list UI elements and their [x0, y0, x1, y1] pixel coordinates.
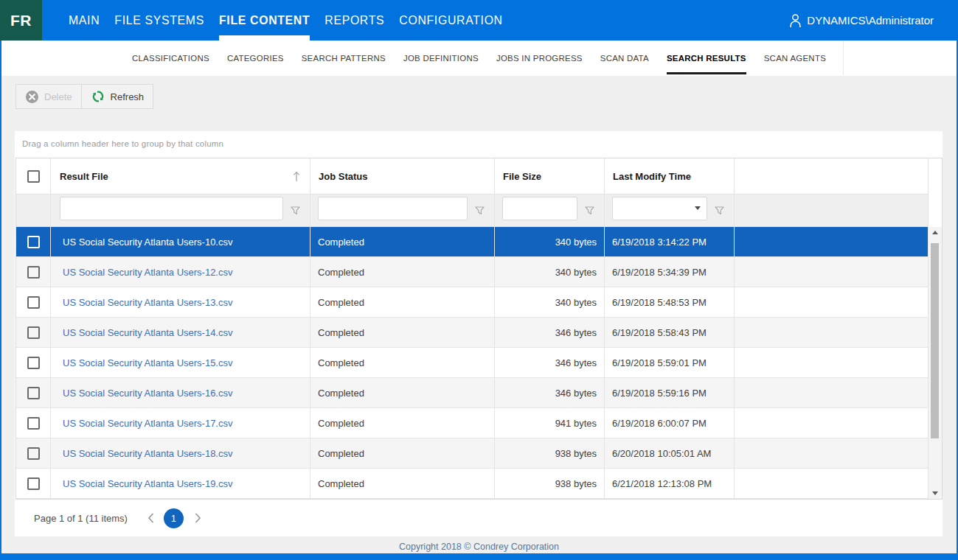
- sub-nav-item-scan-agents[interactable]: SCAN AGENTS: [755, 41, 835, 76]
- scroll-down-arrow[interactable]: [929, 488, 942, 499]
- cell-result-file: US Social Security Atlanta Users-13.csv: [51, 287, 310, 317]
- main-nav-item-file-content[interactable]: FILE CONTENT: [212, 0, 317, 41]
- column-header-last-modify-time[interactable]: Last Modify Time: [605, 158, 735, 194]
- user-menu[interactable]: DYNAMICS\Administrator: [789, 0, 934, 41]
- previous-page-button[interactable]: [147, 513, 155, 523]
- delete-icon: [26, 91, 38, 103]
- filter-input-file-size[interactable]: [502, 197, 577, 220]
- sub-nav-item-search-results[interactable]: SEARCH RESULTS: [658, 41, 755, 76]
- table-row-5[interactable]: US Social Security Atlanta Users-15.csvC…: [16, 348, 929, 378]
- result-file-link[interactable]: US Social Security Atlanta Users-14.csv: [63, 327, 232, 338]
- table-row-7[interactable]: US Social Security Atlanta Users-17.csvC…: [16, 408, 929, 438]
- column-header-label: Result File: [60, 171, 108, 182]
- cell-file-size: 346 bytes: [495, 378, 605, 407]
- cell-empty: [735, 257, 929, 287]
- table-row-9[interactable]: US Social Security Atlanta Users-19.csvC…: [16, 469, 929, 499]
- filter-cell-file-size: [495, 195, 605, 226]
- cell-job-status: Completed: [310, 348, 495, 377]
- row-checkbox[interactable]: [27, 266, 40, 279]
- row-checkbox[interactable]: [27, 236, 40, 248]
- table-row-4[interactable]: US Social Security Atlanta Users-14.csvC…: [16, 318, 929, 348]
- filter-funnel-icon[interactable]: [715, 206, 724, 215]
- result-file-link[interactable]: US Social Security Atlanta Users-15.csv: [63, 357, 232, 368]
- result-file-link[interactable]: US Social Security Atlanta Users-13.csv: [63, 297, 232, 308]
- cell-file-size: 941 bytes: [495, 408, 605, 438]
- row-checkbox-cell: [16, 348, 51, 377]
- filter-funnel-icon[interactable]: [585, 206, 594, 215]
- refresh-icon: [91, 90, 105, 103]
- select-all-checkbox[interactable]: [27, 170, 40, 183]
- cell-last-modify-time: 6/19/2018 5:59:01 PM: [605, 348, 735, 377]
- result-file-link[interactable]: US Social Security Atlanta Users-16.csv: [63, 388, 232, 399]
- sub-nav-item-job-definitions[interactable]: JOB DEFINITIONS: [395, 41, 487, 76]
- column-header-file-size[interactable]: File Size: [495, 158, 605, 194]
- table-body: US Social Security Atlanta Users-10.csvC…: [16, 227, 942, 499]
- row-checkbox[interactable]: [27, 477, 40, 490]
- row-checkbox-cell: [16, 438, 51, 468]
- filter-input-last-modify-time[interactable]: [612, 197, 707, 220]
- sub-nav-item-scan-data[interactable]: SCAN DATA: [591, 41, 658, 76]
- filter-input-job-status[interactable]: [318, 197, 468, 220]
- vertical-scrollbar[interactable]: [929, 227, 942, 499]
- cell-last-modify-time: 6/19/2018 5:58:43 PM: [605, 318, 735, 347]
- sub-nav-item-categories[interactable]: CATEGORIES: [218, 41, 293, 76]
- result-file-link[interactable]: US Social Security Atlanta Users-18.csv: [63, 448, 232, 459]
- table-row-8[interactable]: US Social Security Atlanta Users-18.csvC…: [16, 438, 929, 469]
- cell-result-file: US Social Security Atlanta Users-15.csv: [51, 348, 310, 377]
- top-navigation-bar: FR MAINFILE SYSTEMSFILE CONTENTREPORTSCO…: [0, 0, 958, 41]
- column-header-job-status[interactable]: Job Status: [310, 158, 495, 194]
- scrollbar-thumb[interactable]: [931, 243, 939, 438]
- result-file-link[interactable]: US Social Security Atlanta Users-19.csv: [63, 478, 232, 489]
- column-header-label: Last Modify Time: [613, 171, 691, 182]
- cell-last-modify-time: 6/19/2018 5:34:39 PM: [605, 257, 735, 287]
- cell-empty: [735, 408, 929, 438]
- group-panel-hint: Drag a column header here to group by th…: [22, 139, 223, 148]
- table-row-2[interactable]: US Social Security Atlanta Users-12.csvC…: [16, 257, 929, 287]
- next-page-button[interactable]: [194, 513, 201, 523]
- result-file-link[interactable]: US Social Security Atlanta Users-10.csv: [63, 237, 232, 248]
- main-nav-item-reports[interactable]: REPORTS: [317, 0, 392, 41]
- cell-empty: [735, 348, 929, 377]
- table-row-6[interactable]: US Social Security Atlanta Users-16.csvC…: [16, 378, 929, 408]
- page-1-button[interactable]: 1: [164, 508, 184, 528]
- delete-button[interactable]: Delete: [15, 84, 82, 109]
- filter-funnel-icon[interactable]: [291, 206, 300, 215]
- table-row-3[interactable]: US Social Security Atlanta Users-13.csvC…: [16, 287, 929, 318]
- cell-file-size: 340 bytes: [495, 287, 605, 317]
- row-checkbox-cell: [16, 257, 51, 287]
- row-checkbox[interactable]: [27, 326, 40, 339]
- group-by-panel[interactable]: Drag a column header here to group by th…: [15, 131, 943, 158]
- sub-nav-item-jobs-in-progress[interactable]: JOBS IN PROGRESS: [487, 41, 591, 76]
- cell-result-file: US Social Security Atlanta Users-16.csv: [51, 378, 310, 407]
- filter-funnel-icon[interactable]: [475, 206, 485, 215]
- main-nav-item-file-systems[interactable]: FILE SYSTEMS: [107, 0, 212, 41]
- main-nav-item-main[interactable]: MAIN: [61, 0, 107, 41]
- sub-nav-item-search-patterns[interactable]: SEARCH PATTERNS: [293, 41, 395, 76]
- results-table: Result File Job Status File Size Last Mo…: [15, 158, 943, 500]
- row-checkbox[interactable]: [27, 357, 40, 369]
- copyright-text: Copyright 2018 © Condrey Corporation: [0, 542, 958, 552]
- filter-cell-result-file: [51, 195, 310, 226]
- sub-nav-item-classifications[interactable]: CLASSIFICATIONS: [123, 41, 218, 76]
- page-left-border: [0, 41, 1, 560]
- pager: Page 1 of 1 (11 items) 1: [15, 500, 943, 536]
- cell-job-status: Completed: [310, 227, 495, 256]
- cell-file-size: 340 bytes: [495, 257, 605, 287]
- row-checkbox[interactable]: [27, 417, 40, 430]
- table-row-1[interactable]: US Social Security Atlanta Users-10.csvC…: [16, 227, 929, 257]
- page-bottom-border: [0, 553, 958, 560]
- row-checkbox[interactable]: [27, 296, 40, 309]
- refresh-button[interactable]: Refresh: [81, 84, 154, 109]
- subnav-divider: [843, 41, 844, 75]
- main-nav: MAINFILE SYSTEMSFILE CONTENTREPORTSCONFI…: [61, 0, 510, 41]
- cell-last-modify-time: 6/19/2018 5:48:53 PM: [605, 287, 735, 317]
- scroll-up-arrow[interactable]: [929, 227, 942, 238]
- row-checkbox[interactable]: [27, 387, 40, 399]
- row-checkbox[interactable]: [27, 447, 40, 460]
- app-logo[interactable]: FR: [0, 0, 42, 41]
- result-file-link[interactable]: US Social Security Atlanta Users-12.csv: [63, 267, 232, 278]
- filter-input-result-file[interactable]: [60, 197, 283, 220]
- column-header-result-file[interactable]: Result File: [51, 158, 310, 194]
- main-nav-item-configuration[interactable]: CONFIGURATION: [392, 0, 510, 41]
- result-file-link[interactable]: US Social Security Atlanta Users-17.csv: [63, 418, 232, 429]
